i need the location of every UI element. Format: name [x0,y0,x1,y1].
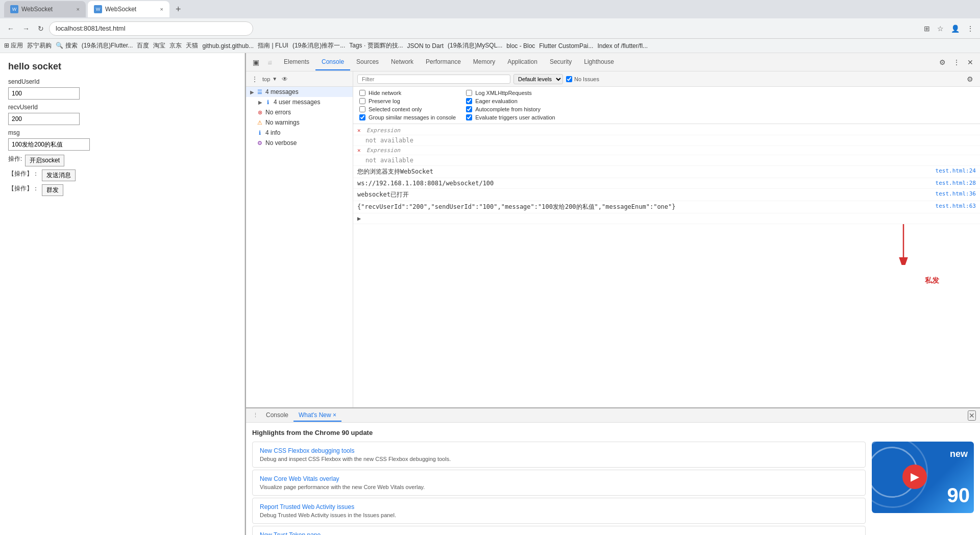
selected-context-label[interactable]: Selected context only [359,106,456,112]
extensions-icon[interactable]: ⊞ [922,22,932,35]
hide-network-label[interactable]: Hide network [359,90,456,96]
sidebar-item-no-verbose[interactable]: ▶ ⚙ No verbose [246,138,353,148]
bookmark-flutter2[interactable]: Flutter CustomPai... [539,42,593,50]
bottom-more-button[interactable]: ⋮ [250,410,261,421]
settings-gear-button[interactable]: ⚙ [964,73,976,85]
expr-close-1[interactable]: ✕ [357,127,363,134]
eager-eval-label[interactable]: Eager evaluation [466,98,555,104]
tab-performance[interactable]: Performance [420,54,467,70]
sidebar-more-button[interactable]: ⋮ [249,74,260,85]
bookmark-index[interactable]: Index of /flutter/fl... [597,42,648,50]
log-link-2[interactable]: test.html:28 [932,180,976,186]
whats-new-item-3[interactable]: New Trust Token pane New Trust Token pan… [252,526,866,535]
bookmark-suning[interactable]: 苏宁易购 [27,41,52,50]
tab-inactive[interactable]: W WebSocket × [4,1,86,17]
bottom-close-button[interactable]: ✕ [968,410,976,421]
preserve-log-check[interactable] [359,98,365,104]
bookmark-github[interactable]: github.gist.github... [202,42,254,50]
tab-label-2: WebSocket [105,6,136,13]
group-similar-label[interactable]: Group similar messages in console [359,114,456,120]
devtools-settings-button[interactable]: ⚙ [937,56,948,68]
tab-active[interactable]: W WebSocket × [88,1,169,17]
tab-console[interactable]: Console [315,54,350,70]
tab-lighthouse[interactable]: Lighthouse [578,54,620,70]
filter-input[interactable] [357,75,510,84]
eager-eval-check[interactable] [466,98,472,104]
tab-sources[interactable]: Sources [350,54,385,70]
log-xhr-check[interactable] [466,90,472,96]
log-xhr-label[interactable]: Log XMLHttpRequests [466,90,555,96]
bookmark-search[interactable]: 🔍 搜索 [56,41,77,50]
video-thumbnail[interactable]: ▶ new 90 [872,442,974,513]
bookmark-taobao[interactable]: 淘宝 [153,41,165,50]
bookmark-jd[interactable]: 京东 [169,41,182,50]
bookmark-bloc[interactable]: bloc - Bloc [506,42,535,50]
whats-new-item-0[interactable]: New CSS Flexbox debugging tools Debug an… [252,442,866,468]
log-link-4[interactable]: test.html:63 [932,203,976,209]
bookmark-tmall[interactable]: 天猫 [186,41,198,50]
address-bar[interactable]: localhost:8081/test.html [49,21,253,36]
reload-button[interactable]: ↻ [35,22,47,35]
devtools-close-button[interactable]: ✕ [965,56,976,68]
tab-network[interactable]: Network [385,54,420,70]
menu-icon[interactable]: ⋮ [965,22,976,35]
video-play-button[interactable]: ▶ [902,465,927,489]
tab-memory[interactable]: Memory [467,54,501,70]
group-similar-check[interactable] [359,114,365,120]
inspect-element-button[interactable]: ▣ [250,56,262,68]
expr-close-2[interactable]: ✕ [357,147,363,154]
device-toggle-button[interactable]: ◽ [263,56,277,68]
bookmark-flutter[interactable]: (19条消息)Flutter... [82,41,133,50]
bookmark-tags[interactable]: Tags · 贾圆辉的技... [349,41,403,50]
whats-new-item-1[interactable]: New Core Web Vitals overlay Visualize pa… [252,470,866,496]
autocomplete-label[interactable]: Autocomplete from history [466,106,555,112]
eye-button[interactable]: 👁 [279,74,290,85]
bottom-tab-console[interactable]: Console [261,409,293,422]
profile-icon[interactable]: 👤 [949,22,962,35]
selected-context-check[interactable] [359,106,365,112]
eval-triggers-label[interactable]: Evaluate triggers user activation [466,114,555,120]
level-select[interactable]: Default levels Verbose [513,74,563,84]
autocomplete-check[interactable] [466,106,472,112]
recv-user-id-input[interactable] [8,113,80,125]
sidebar-item-no-warnings[interactable]: ▶ ⚠ No warnings [246,117,353,128]
bottom-tab-whats-new[interactable]: What's New × [293,409,341,422]
sidebar-item-messages[interactable]: ▶ ☰ 4 messages [246,87,353,97]
log-row-expand[interactable]: ▶ [353,213,980,224]
dropdown-icon[interactable]: ▼ [272,76,277,82]
tab-close-1[interactable]: × [77,6,80,12]
bookmark-apps[interactable]: ⊞ 应用 [4,41,23,50]
tab-application[interactable]: Application [501,54,544,70]
group-send-button[interactable]: 群发 [42,184,63,196]
sidebar-item-4-info[interactable]: ▶ ℹ 4 info [246,128,353,138]
log-row-json-msg: {"recvUserId":"200","sendUserId":"100","… [353,201,980,213]
log-link-1[interactable]: test.html:24 [932,167,976,174]
bookmark-baidu[interactable]: 百度 [137,41,149,50]
sidebar-item-user-messages[interactable]: ▶ ℹ 4 user messages [246,97,353,107]
devtools-more-button[interactable]: ⋮ [950,56,963,68]
whats-new-item-2[interactable]: Report Trusted Web Activity issues Debug… [252,498,866,524]
tab-security[interactable]: Security [544,54,578,70]
bookmark-msg[interactable]: (19条消息)推荐一... [292,41,345,50]
log-link-3[interactable]: test.html:36 [932,190,976,197]
new-tab-button[interactable]: + [172,4,185,15]
back-button[interactable]: ← [4,22,17,35]
send-user-id-input[interactable] [8,87,80,100]
eval-triggers-check[interactable] [466,114,472,120]
bookmark-json[interactable]: JSON to Dart [407,42,444,50]
bookmark-flui[interactable]: 指南 | FLUI [258,41,288,50]
tab-close-2[interactable]: × [160,6,163,12]
msg-input[interactable] [8,138,90,151]
no-issues-check[interactable] [566,76,572,82]
sidebar-item-no-errors[interactable]: ▶ ⊗ No errors [246,107,353,117]
video-new-label: new [950,449,968,459]
hide-network-check[interactable] [359,90,365,96]
bookmark-mysql[interactable]: (19条消息)MySQL... [448,41,502,50]
bookmark-icon[interactable]: ☆ [935,22,946,35]
preserve-log-label[interactable]: Preserve log [359,98,456,104]
forward-button[interactable]: → [19,22,33,35]
item-2-title: Report Trusted Web Activity issues [260,503,858,510]
open-socket-button[interactable]: 开启socket [25,155,64,166]
send-msg-button[interactable]: 发送消息 [42,169,76,181]
tab-elements[interactable]: Elements [278,54,315,70]
